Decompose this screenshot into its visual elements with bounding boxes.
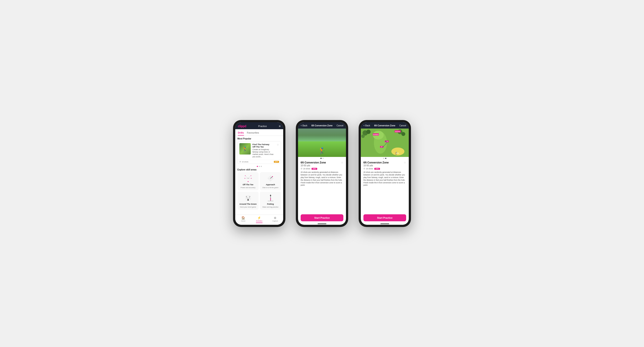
nav-underline [256, 223, 262, 223]
svg-line-2 [248, 176, 251, 178]
activities-icon: ⚡ [257, 216, 261, 220]
approach-icon [266, 174, 276, 183]
nav-home[interactable]: 🏠 Home [235, 216, 251, 223]
golf-map-svg: FAIRWAY ROUGH Miss Hit [361, 129, 409, 157]
cancel-button-2[interactable]: Cancel [336, 124, 343, 127]
svg-point-48 [386, 141, 386, 142]
phone-1-screen: clippd Practice ≡ Drills Favourites Most… [235, 122, 283, 225]
phone1-content: Most Popular 🏌️ Find The Fairway Off The… [235, 136, 283, 214]
explore-title: Explore skill areas [238, 168, 281, 171]
skill-approach[interactable]: Approach Dial-in to hit the green [260, 172, 281, 190]
drill-info-3: 6ft Conversion Zone 10-50 yds ☆ ⏱ 20 sho… [361, 159, 409, 214]
card-subtitle: Off The Tee [252, 146, 275, 148]
skill-off-the-tee[interactable]: Off The Tee Power and accuracy [238, 172, 258, 190]
phone2-header: < Back 6ft Conversion Zone Cancel [298, 122, 346, 129]
drill-name-3: 6ft Conversion Zone [364, 161, 389, 164]
card-description: Create an imaginary fairway using trees … [252, 148, 275, 158]
phone1-header: clippd Practice ≡ [235, 122, 283, 129]
svg-text:FAIRWAY: FAIRWAY [373, 134, 379, 135]
favourite-icon-3[interactable]: ☆ [404, 161, 406, 164]
capture-icon: ⊕ [274, 216, 276, 220]
home-bar-3 [380, 223, 389, 224]
clippd-logo: clippd [238, 124, 246, 128]
shots-count-3: 20 shots [366, 168, 373, 170]
home-indicator-3 [361, 223, 409, 225]
drill-image-photo: 🏌️ [298, 129, 346, 157]
cancel-button-3[interactable]: Cancel [400, 124, 406, 127]
favourite-icon-2[interactable]: ☆ [341, 161, 343, 164]
svg-point-6 [250, 175, 251, 176]
around-the-green-icon [243, 193, 253, 202]
back-button-2[interactable]: < Back [301, 124, 308, 127]
svg-point-8 [251, 178, 252, 179]
skill-putting[interactable]: Putting Make and lag practice [260, 192, 281, 210]
phone2-title: 6ft Conversion Zone [312, 124, 333, 127]
svg-point-5 [245, 175, 246, 176]
back-button-3[interactable]: < Back [364, 124, 370, 127]
start-practice-button-3[interactable]: Start Practice [364, 214, 406, 221]
skill-putting-desc: Make and lag practice [262, 206, 278, 208]
drill-yardage-3: 10-50 yds [364, 164, 389, 167]
skill-atg-desc: Hone your short game [240, 206, 256, 208]
phone1-tabs: Drills Favourites [235, 129, 283, 136]
arg-badge-3: ARG [374, 168, 380, 170]
hamburger-icon[interactable]: ≡ [279, 124, 280, 128]
off-the-tee-icon [243, 174, 253, 183]
drill-image-map: FAIRWAY ROUGH Miss Hit [361, 129, 409, 157]
skill-putting-name: Putting [267, 203, 274, 205]
svg-point-17 [272, 176, 273, 177]
svg-point-37 [361, 134, 365, 138]
skill-atg-name: Around The Green [239, 203, 256, 205]
svg-point-27 [270, 197, 271, 198]
bottom-nav: 🏠 Home ⚡ Activities ⊕ Capture [235, 214, 283, 225]
featured-card[interactable]: 🏌️ Find The Fairway Off The Tee Create a… [238, 141, 281, 164]
card-title: Find The Fairway [252, 143, 275, 146]
svg-point-36 [366, 130, 370, 134]
drill-description-2: 20 shots are randomly generated at dista… [301, 171, 343, 187]
nav-activities[interactable]: ⚡ Activities [251, 216, 267, 223]
tab-favourites[interactable]: Favourites [247, 131, 259, 136]
svg-text:Hit: Hit [381, 146, 382, 148]
start-practice-button-2[interactable]: Start Practice [301, 214, 343, 221]
dot-3-1 [383, 158, 384, 159]
favourite-icon[interactable]: ☆ [277, 143, 279, 158]
phone-2: < Back 6ft Conversion Zone Cancel 🏌️ [296, 120, 348, 227]
phone3-header: < Back 6ft Conversion Zone Cancel [361, 122, 409, 129]
svg-point-9 [248, 181, 248, 182]
phone-3: < Back 6ft Conversion Zone Cancel [359, 120, 411, 227]
svg-point-33 [391, 148, 404, 155]
phone3-title: 6ft Conversion Zone [374, 124, 396, 127]
dot-2 [259, 166, 260, 167]
svg-point-19 [246, 197, 250, 200]
skill-ott-name: Off The Tee [243, 184, 253, 186]
home-bar-2 [318, 223, 326, 224]
nav-capture[interactable]: ⊕ Capture [267, 216, 283, 223]
svg-point-7 [244, 178, 245, 179]
drill-meta-2: ⏱ 20 shots ARG [301, 168, 343, 170]
svg-text:ROUGH: ROUGH [395, 131, 400, 132]
golfer-figure: 🏌️ [318, 147, 326, 154]
phone-2-screen: < Back 6ft Conversion Zone Cancel 🏌️ [298, 122, 346, 225]
svg-point-29 [270, 199, 271, 200]
drill-description-3: 20 shots are randomly generated at dista… [364, 171, 406, 187]
skill-around-the-green[interactable]: Around The Green Hone your short game [238, 192, 258, 210]
ott-badge: OTT [274, 161, 279, 163]
shots-count-2: 20 shots [303, 168, 310, 170]
dot-3-2 [385, 158, 386, 159]
svg-point-28 [270, 198, 271, 199]
card-footer: ⏱ 10 shots OTT [238, 160, 281, 164]
tab-drills[interactable]: Drills [238, 131, 244, 136]
image-dots-2 [298, 157, 346, 159]
svg-text:SAND: SAND [396, 153, 399, 154]
phone-1: clippd Practice ≡ Drills Favourites Most… [233, 120, 285, 227]
svg-point-39 [401, 132, 405, 136]
shots-label: ⏱ 10 shots [239, 161, 248, 163]
most-popular-title: Most Popular [238, 138, 281, 140]
card-image: 🏌️ [239, 143, 251, 155]
drill-yardage-2: 10-50 yds [301, 164, 326, 167]
image-dots-3 [361, 157, 409, 159]
skill-ott-desc: Power and accuracy [241, 187, 256, 189]
home-icon: 🏠 [241, 216, 245, 220]
phone-3-screen: < Back 6ft Conversion Zone Cancel [361, 122, 409, 225]
phones-container: clippd Practice ≡ Drills Favourites Most… [233, 120, 411, 227]
